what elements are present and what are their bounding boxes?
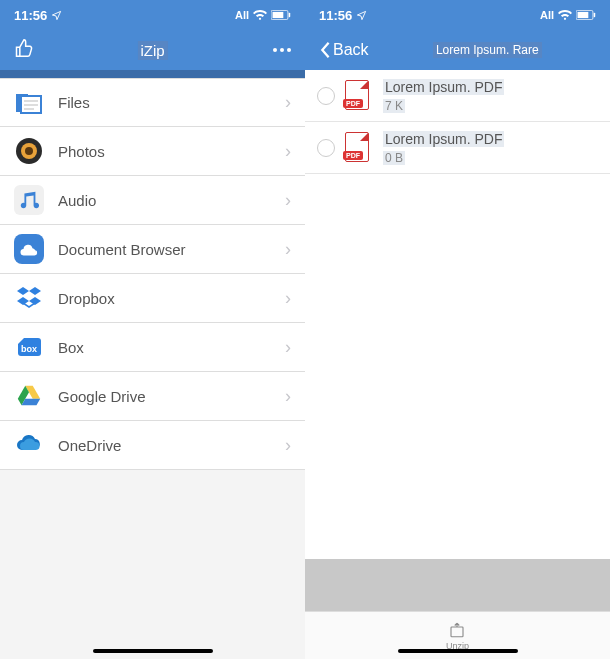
list-label: Dropbox [58, 290, 285, 307]
chevron-right-icon: › [285, 435, 291, 456]
carrier-label: All [540, 9, 554, 21]
left-screen: 11:56 All iZip Files [0, 0, 305, 659]
file-name: Lorem Ipsum. PDF [383, 79, 504, 95]
chevron-right-icon: › [285, 288, 291, 309]
status-bar: 11:56 All [305, 0, 610, 30]
wifi-icon [558, 10, 572, 20]
battery-icon [576, 10, 596, 20]
location-arrow-icon [356, 10, 367, 21]
svg-point-10 [25, 147, 33, 155]
list-label: Google Drive [58, 388, 285, 405]
chevron-left-icon [319, 41, 331, 59]
svg-text:box: box [21, 344, 37, 354]
svg-rect-1 [273, 12, 284, 18]
back-button[interactable]: Back [319, 41, 369, 59]
file-item[interactable]: PDF Lorem Ipsum. PDF 7 K [305, 70, 610, 122]
svg-rect-7 [24, 108, 34, 110]
svg-rect-15 [451, 627, 463, 637]
chevron-right-icon: › [285, 141, 291, 162]
photos-icon [14, 136, 44, 166]
list-label: Files [58, 94, 285, 111]
like-button[interactable] [14, 38, 34, 63]
svg-rect-2 [289, 13, 291, 18]
chevron-right-icon: › [285, 239, 291, 260]
pdf-icon: PDF [345, 80, 373, 112]
list-item-dropbox[interactable]: Dropbox › [0, 274, 305, 323]
chevron-right-icon: › [285, 190, 291, 211]
select-radio[interactable] [317, 87, 335, 105]
file-size: 7 K [383, 99, 405, 113]
list-label: Audio [58, 192, 285, 209]
list-item-onedrive[interactable]: OneDrive › [0, 421, 305, 470]
ad-placeholder [305, 559, 610, 611]
list-label: OneDrive [58, 437, 285, 454]
chevron-right-icon: › [285, 92, 291, 113]
pdf-icon: PDF [345, 132, 373, 164]
nav-bar-right: Back Lorem Ipsum. Rare [305, 30, 610, 70]
chevron-right-icon: › [285, 337, 291, 358]
location-arrow-icon [51, 10, 62, 21]
wifi-icon [253, 10, 267, 20]
carrier-label: All [235, 9, 249, 21]
source-list: Files › Photos › Audio › [0, 78, 305, 659]
svg-rect-14 [594, 13, 596, 18]
chevron-right-icon: › [285, 386, 291, 407]
right-screen: 11:56 All Back Lorem Ipsum. Rare PDF [305, 0, 610, 659]
file-item[interactable]: PDF Lorem Ipsum. PDF 0 B [305, 122, 610, 174]
list-label: Photos [58, 143, 285, 160]
battery-icon [271, 10, 291, 20]
nav-bar-left: iZip [0, 30, 305, 70]
svg-rect-5 [24, 100, 38, 102]
file-name: Lorem Ipsum. PDF [383, 131, 504, 147]
file-list: PDF Lorem Ipsum. PDF 7 K PDF Lorem Ipsum… [305, 70, 610, 559]
box-icon: box [14, 332, 44, 362]
unzip-button[interactable]: Unzip [446, 621, 469, 651]
list-item-document-browser[interactable]: Document Browser › [0, 225, 305, 274]
list-label: Box [58, 339, 285, 356]
dropbox-icon [14, 283, 44, 313]
audio-icon [14, 185, 44, 215]
svg-rect-6 [24, 104, 38, 106]
list-item-audio[interactable]: Audio › [0, 176, 305, 225]
home-indicator[interactable] [398, 649, 518, 653]
list-item-files[interactable]: Files › [0, 78, 305, 127]
cloud-icon [14, 234, 44, 264]
list-label: Document Browser [58, 241, 285, 258]
unzip-icon [447, 621, 467, 639]
subheader [0, 70, 305, 78]
more-button[interactable] [273, 48, 291, 52]
home-indicator[interactable] [93, 649, 213, 653]
google-drive-icon [14, 381, 44, 411]
status-bar: 11:56 All [0, 0, 305, 30]
list-item-google-drive[interactable]: Google Drive › [0, 372, 305, 421]
status-time: 11:56 [14, 8, 47, 23]
folder-title: Lorem Ipsum. Rare [433, 42, 542, 58]
svg-rect-13 [578, 12, 589, 18]
list-item-photos[interactable]: Photos › [0, 127, 305, 176]
app-title: iZip [137, 41, 167, 60]
list-item-box[interactable]: box Box › [0, 323, 305, 372]
onedrive-icon [14, 430, 44, 460]
select-radio[interactable] [317, 139, 335, 157]
file-size: 0 B [383, 151, 405, 165]
status-time: 11:56 [319, 8, 352, 23]
back-label: Back [333, 41, 369, 59]
folder-icon [14, 88, 44, 118]
